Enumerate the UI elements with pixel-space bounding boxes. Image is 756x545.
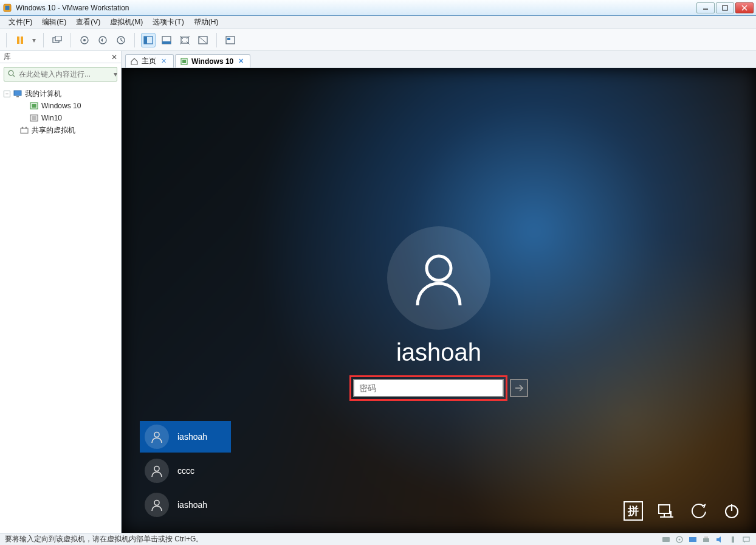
minimize-button[interactable]: [696, 2, 715, 13]
stretch-button[interactable]: [196, 33, 210, 47]
library-search-dropdown[interactable]: ▾: [114, 70, 117, 78]
library-panel: 库 ✕ ▾ − 我的计算机 Windows 10 Win10: [0, 51, 122, 533]
svg-point-46: [154, 501, 159, 505]
library-title: 库: [4, 52, 111, 62]
vm-icon: [29, 113, 39, 123]
app-icon: [2, 3, 12, 13]
svg-rect-19: [162, 41, 171, 44]
view-fullscreen-button[interactable]: [159, 33, 174, 47]
menu-edit[interactable]: 编辑(E): [37, 16, 71, 29]
sound-icon[interactable]: [715, 535, 724, 544]
view-console-button[interactable]: [141, 33, 156, 47]
status-message: 要将输入定向到该虚拟机，请在虚拟机内部单击或按 Ctrl+G。: [5, 534, 661, 544]
svg-point-44: [154, 432, 159, 437]
tab-close-icon[interactable]: ✕: [160, 57, 168, 65]
svg-rect-7: [21, 36, 23, 44]
content-area: 主页 ✕ Windows 10 ✕ iashoah: [122, 51, 756, 533]
svg-point-11: [83, 39, 86, 41]
titlebar: Windows 10 - VMware Workstation: [0, 0, 756, 16]
monitor-icon: [13, 89, 22, 99]
user-item-0[interactable]: iashoah: [140, 421, 231, 453]
power-dropdown[interactable]: ▾: [31, 36, 37, 44]
svg-point-29: [9, 71, 13, 75]
svg-rect-59: [732, 536, 734, 543]
network-adapter-icon[interactable]: [688, 535, 698, 544]
svg-rect-9: [55, 36, 61, 41]
svg-rect-41: [182, 60, 186, 63]
vm-console[interactable]: iashoah iashoah ccc: [122, 68, 756, 533]
svg-rect-36: [32, 116, 36, 120]
manage-snapshot-button[interactable]: [114, 33, 128, 47]
password-highlight: [349, 375, 507, 401]
ease-of-access-icon[interactable]: [689, 501, 709, 521]
svg-rect-57: [703, 538, 709, 542]
library-search[interactable]: ▾: [4, 67, 117, 82]
vm-icon: [180, 58, 188, 65]
svg-rect-56: [689, 537, 696, 542]
tab-home[interactable]: 主页 ✕: [125, 54, 174, 68]
library-search-input[interactable]: [19, 70, 110, 78]
revert-snapshot-button[interactable]: [95, 33, 110, 47]
svg-line-30: [13, 75, 15, 77]
library-tree: − 我的计算机 Windows 10 Win10 共享的虚拟机: [0, 85, 121, 139]
submit-button[interactable]: [510, 379, 528, 397]
statusbar: 要将输入定向到该虚拟机，请在虚拟机内部单击或按 Ctrl+G。: [0, 533, 756, 545]
usb-icon[interactable]: [728, 535, 738, 544]
svg-rect-6: [17, 36, 19, 44]
cd-icon[interactable]: [675, 535, 684, 544]
search-icon: [8, 70, 15, 79]
send-ctrl-alt-del-button[interactable]: [50, 33, 64, 47]
tab-windows10[interactable]: Windows 10 ✕: [175, 54, 250, 68]
close-button[interactable]: [735, 2, 754, 13]
menu-tabs[interactable]: 选项卡(T): [148, 16, 188, 29]
menu-vm[interactable]: 虚拟机(M): [105, 16, 148, 29]
library-close-icon[interactable]: ✕: [111, 53, 117, 61]
password-input[interactable]: [353, 379, 504, 397]
status-icons: [661, 535, 751, 544]
collapse-icon[interactable]: −: [4, 91, 10, 97]
tree-shared-vms[interactable]: 共享的虚拟机: [4, 124, 117, 136]
pause-button[interactable]: [13, 33, 27, 47]
toolbar: ▾: [0, 29, 756, 51]
svg-point-38: [22, 127, 24, 129]
tab-label: 主页: [142, 56, 156, 66]
svg-rect-37: [21, 128, 28, 133]
lock-actions: 拼: [624, 501, 741, 521]
maximize-button[interactable]: [716, 2, 734, 13]
tree-vm-win10[interactable]: Win10: [4, 112, 117, 124]
snapshot-button[interactable]: [77, 33, 92, 47]
thumbnail-button[interactable]: [223, 33, 238, 47]
user-item-1[interactable]: cccc: [140, 455, 231, 487]
user-avatar-icon: [145, 493, 169, 517]
svg-rect-53: [662, 537, 670, 542]
user-item-2[interactable]: iashoah: [140, 489, 231, 521]
disk-icon[interactable]: [661, 535, 671, 544]
window-title: Windows 10 - VMware Workstation: [16, 4, 696, 12]
user-name: iashoah: [177, 500, 207, 510]
printer-icon[interactable]: [701, 535, 711, 544]
tree-my-computer[interactable]: − 我的计算机: [4, 88, 117, 100]
svg-rect-3: [723, 5, 727, 10]
menu-view[interactable]: 查看(V): [71, 16, 105, 29]
username-label: iashoah: [396, 339, 481, 366]
tree-label: Windows 10: [41, 102, 81, 110]
svg-rect-58: [704, 536, 708, 538]
tree-label: Win10: [41, 114, 62, 122]
svg-point-55: [679, 538, 681, 540]
tab-label: Windows 10: [191, 57, 233, 66]
unity-button[interactable]: [177, 33, 192, 47]
network-icon[interactable]: [656, 501, 676, 521]
ime-button[interactable]: 拼: [624, 501, 643, 521]
menu-file[interactable]: 文件(F): [4, 16, 37, 29]
shared-icon: [19, 125, 29, 135]
tree-vm-windows10[interactable]: Windows 10: [4, 100, 117, 112]
user-avatar: [387, 226, 490, 330]
menu-help[interactable]: 帮助(H): [189, 16, 224, 29]
tree-label: 共享的虚拟机: [32, 125, 75, 136]
message-icon[interactable]: [741, 535, 751, 544]
svg-line-26: [199, 36, 207, 44]
svg-rect-17: [144, 36, 147, 44]
svg-rect-32: [16, 96, 19, 97]
tab-close-icon[interactable]: ✕: [237, 57, 245, 65]
power-icon[interactable]: [722, 501, 741, 521]
